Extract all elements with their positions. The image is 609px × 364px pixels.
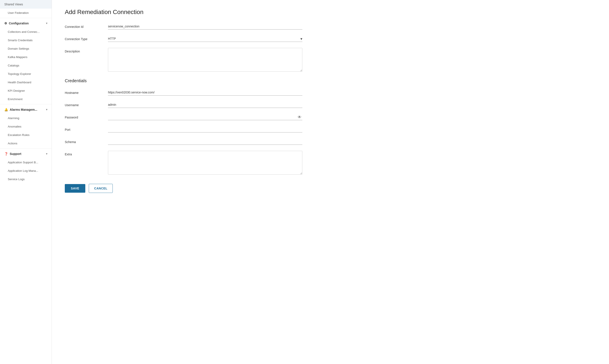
sidebar-item-domain-settings[interactable]: Domain Settings — [0, 44, 52, 53]
sidebar-item-label: User Federation — [8, 11, 29, 14]
sidebar-item-anomalies[interactable]: Anomalies — [0, 122, 52, 131]
sidebar-item-alarms-management[interactable]: 🔔 Alarms Managem... ▾ — [0, 105, 52, 114]
password-input[interactable] — [108, 114, 302, 120]
sidebar-item-label: Application Log Mana... — [8, 169, 38, 172]
sidebar-item-label: Anomalies — [8, 125, 21, 128]
sidebar-item-label: KPI Designer — [8, 89, 25, 92]
port-group: Port — [65, 126, 596, 132]
sidebar-item-catalogs[interactable]: Catalogs — [0, 61, 52, 70]
sidebar-item-kpi-designer[interactable]: KPI Designer — [0, 87, 52, 95]
question-icon: ❓ — [4, 152, 8, 156]
sidebar-item-user-federation[interactable]: User Federation — [0, 9, 52, 17]
connection-id-group: Connection Id — [65, 23, 596, 30]
connection-id-label: Connection Id — [65, 23, 108, 28]
password-label: Password — [65, 114, 108, 119]
sidebar-item-label: Alarms Managem... — [10, 108, 37, 111]
sidebar-item-label: Configuration — [9, 22, 29, 25]
save-button[interactable]: SAVE — [65, 184, 85, 193]
sidebar-item-configuration[interactable]: ⚙ Configuration ▾ — [0, 19, 52, 28]
sidebar-item-label: Catalogs — [8, 64, 19, 67]
connection-type-control: HTTP HTTPS TCP UDP ▾ — [108, 36, 302, 42]
sidebar-item-label: Smarts Credentials — [8, 39, 33, 42]
sidebar-item-label: Kafka Mappers — [8, 55, 27, 59]
port-input[interactable] — [108, 126, 302, 132]
page-title: Add Remediation Connection — [65, 9, 596, 15]
connection-type-wrapper: HTTP HTTPS TCP UDP ▾ — [108, 36, 302, 42]
connection-type-group: Connection Type HTTP HTTPS TCP UDP ▾ — [65, 36, 596, 42]
sidebar-divider-3 — [0, 148, 52, 149]
cancel-button[interactable]: CANCEL — [89, 184, 113, 193]
sidebar-item-label: Service Logs — [8, 178, 25, 181]
password-group: Password 👁 — [65, 114, 596, 120]
sidebar-item-application-log[interactable]: Application Log Mana... — [0, 167, 52, 175]
main-content: Add Remediation Connection Connection Id… — [52, 0, 609, 364]
gear-icon: ⚙ — [4, 22, 7, 25]
sidebar-item-label: Topology Explorer — [8, 72, 31, 76]
schema-group: Schema — [65, 139, 596, 145]
description-control — [108, 48, 302, 72]
sidebar-item-support[interactable]: ❓ Support ▾ — [0, 150, 52, 158]
connection-type-label: Connection Type — [65, 36, 108, 41]
sidebar-item-escalation-rules[interactable]: Escalation Rules — [0, 131, 52, 139]
bell-icon: 🔔 — [4, 108, 8, 111]
sidebar-divider-2 — [0, 104, 52, 104]
schema-control — [108, 139, 302, 145]
credentials-section-title: Credentials — [65, 78, 596, 83]
description-label: Description — [65, 48, 108, 53]
sidebar-item-topology-explorer[interactable]: Topology Explorer — [0, 70, 52, 78]
extra-control — [108, 151, 302, 175]
sidebar-item-label: Domain Settings — [8, 47, 29, 50]
sidebar-item-shared-views[interactable]: Shared Views — [0, 0, 52, 9]
connection-id-input[interactable] — [108, 23, 302, 30]
sidebar-item-actions[interactable]: Actions — [0, 139, 52, 148]
sidebar-item-collectors[interactable]: Collectors and Connec... — [0, 28, 52, 36]
port-control — [108, 126, 302, 132]
username-label: Username — [65, 102, 108, 107]
hostname-control — [108, 89, 302, 96]
sidebar-item-label: Collectors and Connec... — [8, 30, 40, 33]
sidebar-item-label: Application Support B... — [8, 161, 38, 164]
sidebar-item-smarts-credentials[interactable]: Smarts Credentials — [0, 36, 52, 44]
sidebar-item-label: Escalation Rules — [8, 133, 30, 137]
schema-label: Schema — [65, 139, 108, 144]
username-group: Username — [65, 102, 596, 108]
sidebar-item-label: Actions — [8, 142, 17, 145]
sidebar: Shared Views User Federation ⚙ Configura… — [0, 0, 52, 364]
connection-id-control — [108, 23, 302, 30]
sidebar-item-kafka-mappers[interactable]: Kafka Mappers — [0, 53, 52, 61]
description-textarea[interactable] — [108, 48, 302, 72]
schema-input[interactable] — [108, 139, 302, 145]
username-input[interactable] — [108, 102, 302, 108]
sidebar-divider — [0, 18, 52, 18]
chevron-down-icon-3: ▾ — [46, 152, 47, 155]
chevron-down-icon-2: ▾ — [46, 108, 47, 111]
sidebar-item-health-dashboard[interactable]: Health Dashboard — [0, 78, 52, 87]
sidebar-item-label: Alarming — [8, 117, 19, 120]
connection-type-select[interactable]: HTTP HTTPS TCP UDP — [108, 36, 302, 42]
extra-group: Extra — [65, 151, 596, 175]
hostname-group: Hostname — [65, 89, 596, 96]
port-label: Port — [65, 126, 108, 131]
hostname-input[interactable] — [108, 89, 302, 96]
extra-label: Extra — [65, 151, 108, 156]
sidebar-item-label: Enrichment — [8, 98, 22, 101]
sidebar-item-label: Shared Views — [4, 3, 23, 6]
password-wrapper: 👁 — [108, 114, 302, 120]
sidebar-item-alarming[interactable]: Alarming — [0, 114, 52, 122]
sidebar-item-application-support[interactable]: Application Support B... — [0, 158, 52, 167]
form-actions: SAVE CANCEL — [65, 184, 596, 193]
description-group: Description — [65, 48, 596, 72]
extra-textarea[interactable] — [108, 151, 302, 175]
hostname-label: Hostname — [65, 89, 108, 94]
sidebar-item-service-logs[interactable]: Service Logs — [0, 175, 52, 183]
sidebar-item-enrichment[interactable]: Enrichment — [0, 95, 52, 103]
sidebar-item-label: Health Dashboard — [8, 81, 31, 84]
chevron-down-icon: ▾ — [46, 22, 47, 25]
sidebar-item-label: Support — [10, 152, 21, 156]
username-control — [108, 102, 302, 108]
password-control: 👁 — [108, 114, 302, 120]
eye-icon[interactable]: 👁 — [298, 115, 301, 119]
